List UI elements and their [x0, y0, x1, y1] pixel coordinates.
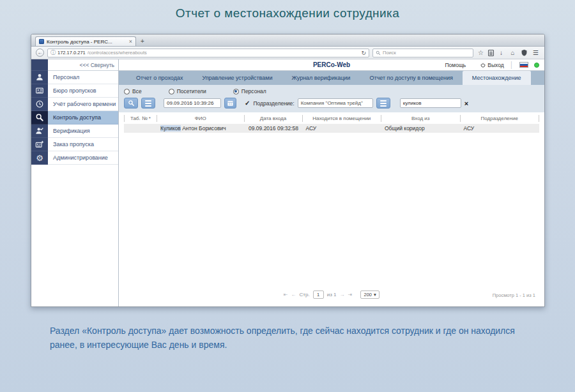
radio-all-label: Все — [132, 88, 142, 94]
close-tab-icon[interactable]: × — [129, 39, 132, 45]
page-number-input[interactable]: 1 — [313, 290, 324, 299]
cell-fio: Куликов Антон Борисович — [157, 125, 245, 132]
radio-icon — [124, 89, 130, 94]
browser-tab-title: Контроль доступа - PERC... — [47, 39, 126, 45]
column-header-entry-date[interactable]: Дата входа — [245, 115, 303, 122]
radio-visitors-label: Посетители — [177, 88, 206, 94]
logout-button[interactable]: Выход — [480, 62, 503, 68]
sidebar-filler — [31, 165, 118, 306]
help-link[interactable]: Помощь — [445, 62, 466, 68]
home-icon[interactable]: ⌂ — [509, 50, 517, 56]
page-size-select[interactable]: 200 ▾ — [360, 290, 379, 299]
column-header-fio[interactable]: ФИО — [157, 115, 245, 122]
column-header-tab-num[interactable]: Таб. № * — [124, 115, 157, 122]
favicon-icon — [39, 39, 44, 44]
bookmark-star-icon[interactable]: ☆ — [477, 50, 485, 56]
radio-staff-label: Персонал — [241, 88, 266, 94]
person-icon — [35, 73, 44, 82]
sidebar-item-label: Бюро пропусков — [48, 84, 118, 98]
power-icon — [480, 63, 486, 68]
person-check-icon — [35, 126, 44, 135]
sidebar-item-label: Персонал — [48, 71, 118, 84]
site-info-icon[interactable]: ⓘ — [50, 49, 56, 56]
radio-all[interactable]: Все — [124, 88, 142, 94]
clear-search-icon[interactable]: × — [464, 100, 468, 107]
radio-visitors[interactable]: Посетители — [169, 88, 206, 94]
address-bar[interactable]: ⓘ 172.17.0.271 /controlaccess/whereabout… — [47, 49, 369, 57]
employee-search-input[interactable]: куликов — [400, 98, 461, 108]
language-flag-icon[interactable] — [519, 62, 528, 68]
search-match-highlight: Куликов — [160, 125, 181, 132]
tab-room-access-report[interactable]: Отчет по доступу в помещения — [360, 71, 462, 85]
sidebar-item-access-control[interactable]: Контроль доступа — [31, 111, 118, 124]
column-header-room[interactable]: Находится в помещении — [303, 115, 382, 122]
table-row[interactable]: Куликов Антон Борисович 09.09.2016 09:32… — [124, 124, 539, 133]
list-icon — [145, 100, 151, 107]
sidebar-icon-column-header — [31, 59, 48, 71]
last-page-icon[interactable]: ⇥ — [348, 292, 352, 298]
sidebar-item-pass-office[interactable]: Бюро пропусков — [31, 84, 118, 98]
menu-icon[interactable]: ☰ — [532, 50, 540, 56]
collapse-sidebar-button[interactable]: <<< Свернуть — [48, 59, 118, 71]
report-area: Таб. № * ФИО Дата входа Находится в поме… — [119, 112, 544, 306]
apply-search-button[interactable] — [124, 98, 138, 109]
calendar-icon — [227, 100, 234, 107]
reload-icon[interactable]: ↻ — [361, 50, 366, 56]
bookmarks-panel-icon[interactable] — [488, 50, 494, 56]
table-header: Таб. № * ФИО Дата входа Находится в поме… — [124, 114, 539, 123]
search-icon — [376, 50, 381, 56]
sidebar-item-label: Заказ пропуска — [48, 138, 118, 151]
radio-staff[interactable]: Персонал — [233, 88, 266, 94]
shield-icon[interactable] — [520, 49, 528, 56]
cell-entry-date: 09.09.2016 09:32:58 — [245, 125, 303, 132]
browser-tabstrip: Контроль доступа - PERC... × + — [31, 34, 544, 47]
url-path: /controlaccess/whereabouts — [88, 50, 360, 56]
magnifier-icon — [35, 113, 44, 122]
tab-device-management[interactable]: Управление устройствами — [192, 71, 282, 85]
magnifier-icon — [128, 100, 135, 107]
sidebar-item-pass-order[interactable]: Заказ пропуска — [31, 138, 118, 151]
pagination: ⇤ ← Стр. 1 из 1 → ⇥ 200 ▾ — [119, 290, 544, 299]
column-header-department[interactable]: Подразделение — [461, 115, 540, 122]
datetime-input[interactable]: 09.09.2016 10:39:26 — [164, 98, 221, 108]
sidebar-item-administration[interactable]: ⚙ Администрирование — [31, 151, 118, 165]
badge-icon — [35, 86, 44, 95]
search-placeholder: Поиск — [383, 50, 396, 56]
back-button[interactable]: ← — [36, 49, 44, 57]
new-tab-button[interactable]: + — [141, 38, 144, 46]
browser-tab[interactable]: Контроль доступа - PERC... × — [35, 36, 136, 46]
sidebar-item-time-tracking[interactable]: Учёт рабочего времени — [31, 98, 118, 111]
department-picker-button[interactable] — [376, 98, 390, 109]
clock-icon — [35, 100, 44, 109]
browser-search-input[interactable]: Поиск — [372, 49, 473, 57]
connection-status-icon — [534, 63, 539, 68]
page-of-label: из 1 — [327, 292, 337, 298]
caption: Раздел «Контроль доступа» дает возможнос… — [50, 324, 548, 352]
sidebar-item-label: Учёт рабочего времени — [48, 98, 118, 111]
column-header-entry-from[interactable]: Вход из — [381, 115, 461, 122]
sidebar-item-verification[interactable]: Верификация — [31, 124, 118, 138]
department-input[interactable]: Компания "Оптима трейд" — [298, 98, 373, 108]
browser-window: Контроль доступа - PERC... × + ← ⓘ 172.1… — [31, 34, 545, 307]
calendar-button[interactable] — [224, 98, 236, 109]
sidebar-item-label: Верификация — [48, 124, 118, 138]
main-panel: PERCo-Web Помощь Выход │ Отчет о прохода… — [119, 59, 544, 306]
tab-verification-log[interactable]: Журнал верификации — [282, 71, 360, 85]
sidebar-item-label: Контроль доступа — [48, 111, 118, 124]
downloads-icon[interactable]: ↓ — [497, 50, 505, 56]
sidebar-collapse-row: <<< Свернуть — [31, 59, 118, 71]
chevron-down-icon: ▾ — [374, 292, 376, 298]
cell-department: АСУ — [461, 125, 540, 132]
caption-line-1: Раздел «Контроль доступа» дает возможнос… — [50, 324, 548, 338]
prev-page-icon[interactable]: ← — [291, 292, 296, 298]
list-icon — [380, 100, 387, 107]
column-settings-button[interactable] — [141, 98, 155, 109]
sidebar-item-label: Администрирование — [48, 151, 118, 165]
first-page-icon[interactable]: ⇤ — [284, 292, 288, 298]
header-separator: │ — [510, 61, 514, 68]
tab-pass-report[interactable]: Отчет о проходах — [126, 71, 192, 85]
radio-checked-icon — [233, 89, 239, 94]
next-page-icon[interactable]: → — [339, 292, 344, 298]
sidebar-item-personnel[interactable]: Персонал — [31, 71, 118, 84]
tab-whereabouts[interactable]: Местонахождение — [463, 71, 531, 85]
